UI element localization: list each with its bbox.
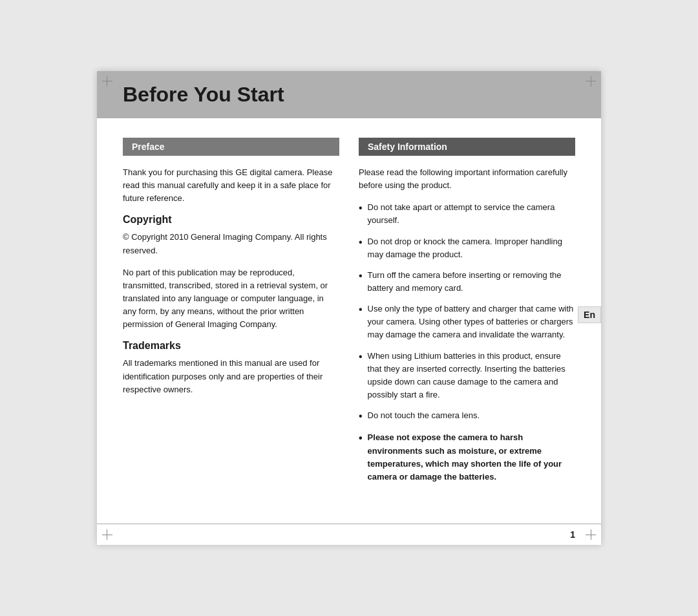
page-number: 1: [570, 529, 575, 540]
page-footer: 1: [97, 524, 601, 545]
bullet-text: Please not expose the camera to harsh en…: [368, 431, 575, 483]
left-column: Preface Thank you for purchasing this GE…: [123, 138, 339, 491]
safety-header: Safety Information: [359, 138, 575, 156]
safety-bullet-item: •Please not expose the camera to harsh e…: [359, 431, 575, 483]
safety-bullet-item: •Do not take apart or attempt to service…: [359, 201, 575, 227]
copyright-text2: No part of this publication may be repro…: [123, 266, 339, 332]
preface-header: Preface: [123, 138, 339, 156]
safety-intro: Please read the following important info…: [359, 166, 575, 192]
trademarks-text: All trademarks mentioned in this manual …: [123, 357, 339, 396]
en-badge: En: [578, 306, 601, 323]
bullet-dot-icon: •: [359, 269, 363, 283]
trademarks-title: Trademarks: [123, 340, 339, 352]
preface-intro: Thank you for purchasing this GE digital…: [123, 166, 339, 205]
content-area: Preface Thank you for purchasing this GE…: [97, 138, 601, 517]
safety-bullet-list: •Do not take apart or attempt to service…: [359, 201, 575, 483]
bullet-dot-icon: •: [359, 350, 363, 364]
corner-mark-top-right: [583, 76, 596, 89]
bullet-dot-icon: •: [359, 409, 363, 423]
page-container: Before You Start Preface Thank you for p…: [97, 71, 601, 545]
bullet-text: Do not drop or knock the camera. Imprope…: [368, 235, 575, 261]
bullet-text: When using Lithium batteries in this pro…: [368, 350, 575, 402]
bullet-text: Do not take apart or attempt to service …: [368, 201, 575, 227]
right-column: Safety Information Please read the follo…: [359, 138, 575, 491]
page-header: Before You Start: [97, 71, 601, 118]
copyright-title: Copyright: [123, 214, 339, 226]
safety-bullet-item: •When using Lithium batteries in this pr…: [359, 350, 575, 402]
corner-mark-bottom-right: [583, 527, 596, 540]
bullet-text: Turn off the camera before inserting or …: [368, 269, 575, 295]
safety-bullet-item: •Turn off the camera before inserting or…: [359, 269, 575, 295]
bullet-dot-icon: •: [359, 431, 363, 445]
safety-bullet-item: •Do not touch the camera lens.: [359, 409, 575, 423]
bullet-text: Do not touch the camera lens.: [368, 409, 480, 422]
bullet-text: Use only the type of battery and charger…: [368, 303, 575, 341]
corner-mark-bottom-left: [102, 527, 115, 540]
corner-mark-top-left: [102, 76, 115, 89]
copyright-text1: © Copyright 2010 General Imaging Company…: [123, 231, 339, 257]
page-title: Before You Start: [123, 83, 575, 107]
bullet-dot-icon: •: [359, 235, 363, 250]
safety-bullet-item: •Use only the type of battery and charge…: [359, 303, 575, 341]
bullet-dot-icon: •: [359, 201, 363, 215]
bullet-dot-icon: •: [359, 303, 363, 317]
safety-bullet-item: •Do not drop or knock the camera. Improp…: [359, 235, 575, 261]
